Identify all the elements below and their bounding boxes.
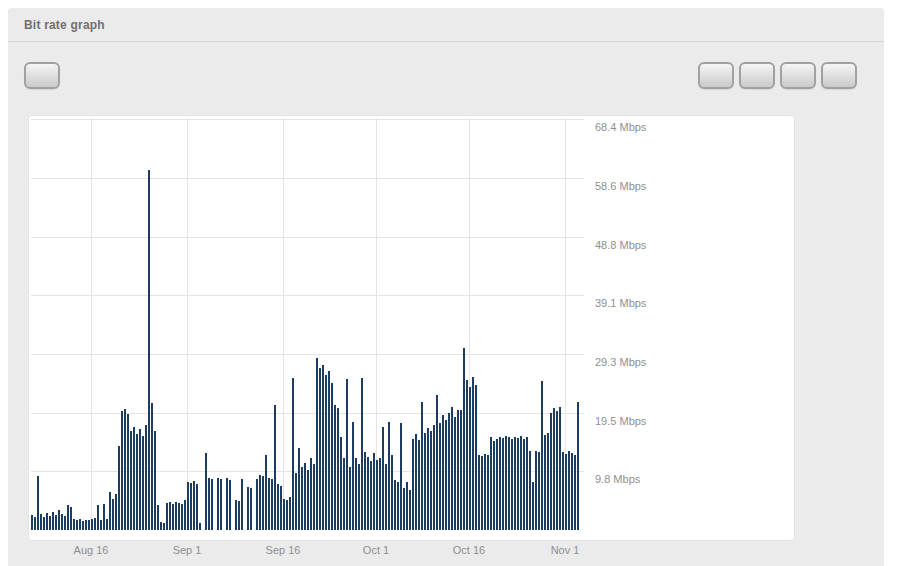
bitrate-bar xyxy=(121,411,123,530)
bitrate-bar xyxy=(151,403,153,530)
bitrate-bar xyxy=(538,452,540,530)
toolbar-button-right-2[interactable] xyxy=(739,62,775,89)
bitrate-bars xyxy=(29,116,589,540)
y-axis-tick-label: 9.8 Mbps xyxy=(595,473,640,485)
bitrate-bar xyxy=(67,505,69,530)
bitrate-bar xyxy=(505,436,507,530)
bitrate-bar xyxy=(550,413,552,530)
bitrate-bar xyxy=(418,440,420,530)
bitrate-bar xyxy=(415,434,417,530)
bitrate-bar xyxy=(229,480,231,530)
bitrate-bar xyxy=(409,490,411,530)
bitrate-bar xyxy=(238,501,240,530)
y-axis-tick-label: 39.1 Mbps xyxy=(595,297,646,309)
y-axis-tick-label: 19.5 Mbps xyxy=(595,415,646,427)
bitrate-bar xyxy=(457,410,459,530)
bitrate-bar xyxy=(532,482,534,530)
bitrate-bar xyxy=(157,505,159,530)
bitrate-bar xyxy=(574,455,576,530)
bitrate-bar xyxy=(577,402,579,530)
bitrate-bar xyxy=(526,437,528,530)
bitrate-bar xyxy=(259,475,261,530)
bitrate-bar xyxy=(103,504,105,530)
bitrate-bar xyxy=(115,494,117,530)
bitrate-panel: Bit rate graph 68.4 Mbps58.6 Mbps48.8 Mb… xyxy=(8,8,884,566)
bitrate-bar xyxy=(34,517,36,530)
bitrate-bar xyxy=(331,383,333,530)
bitrate-bar xyxy=(118,446,120,530)
bitrate-bar xyxy=(55,515,57,530)
toolbar-button-right-1[interactable] xyxy=(698,62,734,89)
bitrate-bar xyxy=(184,500,186,530)
bitrate-bar xyxy=(40,514,42,530)
bitrate-bar xyxy=(73,519,75,530)
bitrate-bar xyxy=(211,479,213,530)
bitrate-bar xyxy=(31,515,33,530)
bitrate-bar xyxy=(436,395,438,530)
toolbar-button-right-3[interactable] xyxy=(780,62,816,89)
bitrate-bar xyxy=(304,463,306,530)
bitrate-bar xyxy=(334,405,336,530)
bitrate-bar xyxy=(379,458,381,530)
bitrate-bar xyxy=(511,439,513,530)
bitrate-bar xyxy=(178,503,180,530)
bitrate-bar xyxy=(145,425,147,530)
bitrate-bar xyxy=(163,523,165,530)
bitrate-bar xyxy=(46,513,48,530)
bitrate-bar xyxy=(49,516,51,530)
bitrate-bar xyxy=(493,441,495,530)
bitrate-bar xyxy=(289,497,291,530)
bitrate-bar xyxy=(94,518,96,530)
bitrate-bar xyxy=(70,507,72,530)
bitrate-bar xyxy=(313,464,315,530)
bitrate-bar xyxy=(139,429,141,530)
bitrate-bar xyxy=(364,452,366,530)
bitrate-bar xyxy=(382,427,384,530)
y-axis-tick-label: 58.6 Mbps xyxy=(595,180,646,192)
bitrate-bar xyxy=(277,484,279,530)
bitrate-bar xyxy=(478,455,480,530)
bitrate-bar xyxy=(61,514,63,530)
bitrate-bar xyxy=(412,439,414,530)
bitrate-bar xyxy=(250,488,252,530)
toolbar-button-right-4[interactable] xyxy=(821,62,857,89)
bitrate-bar xyxy=(100,520,102,530)
bitrate-bar xyxy=(235,500,237,530)
bitrate-bar xyxy=(541,381,543,530)
bitrate-bar xyxy=(106,519,108,530)
bitrate-bar xyxy=(448,413,450,530)
bitrate-bar xyxy=(43,517,45,530)
bitrate-bar xyxy=(397,482,399,530)
bitrate-bar xyxy=(325,375,327,530)
bitrate-bar xyxy=(529,451,531,530)
bitrate-bar xyxy=(556,411,558,530)
bitrate-bar xyxy=(154,431,156,530)
bitrate-bar xyxy=(127,414,129,530)
bitrate-bar xyxy=(109,492,111,530)
toolbar-button-left[interactable] xyxy=(24,62,60,89)
bitrate-bar xyxy=(502,438,504,530)
bitrate-bar xyxy=(427,428,429,530)
bitrate-bar xyxy=(268,478,270,530)
bitrate-bar xyxy=(328,371,330,530)
x-axis-tick-label: Sep 16 xyxy=(266,544,301,556)
bitrate-bar xyxy=(496,439,498,530)
bitrate-bar xyxy=(568,451,570,530)
bitrate-bar xyxy=(400,423,402,530)
bitrate-bar xyxy=(442,415,444,530)
bitrate-bar xyxy=(226,478,228,530)
bitrate-bar xyxy=(322,365,324,530)
bitrate-bar xyxy=(406,482,408,530)
bitrate-bar xyxy=(466,380,468,530)
bitrate-bar xyxy=(487,455,489,530)
bitrate-bar xyxy=(481,456,483,530)
bitrate-bar xyxy=(97,505,99,530)
bitrate-bar xyxy=(301,467,303,530)
bitrate-bar xyxy=(340,437,342,530)
bitrate-bar xyxy=(523,439,525,530)
bitrate-bar xyxy=(460,410,462,530)
bitrate-bar xyxy=(535,451,537,530)
bitrate-bar xyxy=(559,407,561,530)
bitrate-bar xyxy=(358,464,360,530)
x-axis-tick-label: Nov 1 xyxy=(551,544,580,556)
